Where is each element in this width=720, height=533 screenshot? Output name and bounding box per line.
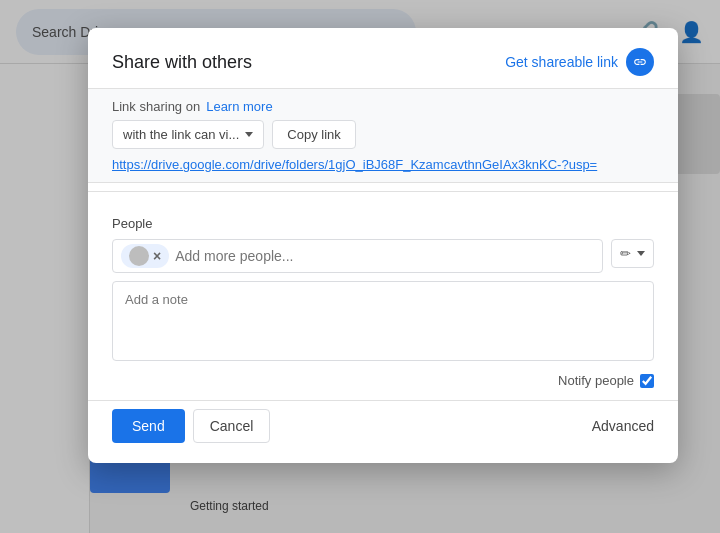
modal-footer: Send Cancel Advanced	[88, 400, 678, 463]
link-url-row	[112, 157, 654, 172]
tag-remove-btn[interactable]: ×	[153, 249, 161, 263]
link-circle-icon	[626, 48, 654, 76]
edit-dropdown-arrow-icon	[637, 251, 645, 256]
share-modal: Share with others Get shareable link Lin…	[88, 28, 678, 463]
cancel-button[interactable]: Cancel	[193, 409, 271, 443]
learn-more-link[interactable]: Learn more	[206, 99, 272, 114]
people-edit-button[interactable]: ✏	[611, 239, 654, 268]
copy-link-button[interactable]: Copy link	[272, 120, 355, 149]
footer-left: Send Cancel	[112, 409, 270, 443]
modal-title: Share with others	[112, 52, 252, 73]
send-button[interactable]: Send	[112, 409, 185, 443]
tag-avatar	[129, 246, 149, 266]
separator-1	[88, 191, 678, 192]
link-section: Link sharing on Learn more with the link…	[88, 88, 678, 183]
people-input-row[interactable]: ×	[112, 239, 603, 273]
link-permission-label: with the link can vi...	[123, 127, 239, 142]
link-controls: with the link can vi... Copy link	[112, 120, 654, 149]
link-permission-dropdown[interactable]: with the link can vi...	[112, 120, 264, 149]
get-shareable-link-label: Get shareable link	[505, 54, 618, 70]
link-info-prefix: Link sharing on	[112, 99, 200, 114]
dropdown-arrow-icon	[245, 132, 253, 137]
get-shareable-link-btn[interactable]: Get shareable link	[505, 48, 654, 76]
people-text-input[interactable]	[175, 248, 594, 264]
notify-row: Notify people	[88, 365, 678, 396]
notify-checkbox[interactable]	[640, 374, 654, 388]
advanced-button[interactable]: Advanced	[592, 410, 654, 442]
pencil-icon: ✏	[620, 246, 631, 261]
people-section: People × ✏	[88, 200, 678, 281]
modal-header: Share with others Get shareable link	[88, 28, 678, 88]
note-textarea[interactable]	[112, 281, 654, 361]
link-url-input[interactable]	[112, 157, 654, 172]
link-info-row: Link sharing on Learn more	[112, 99, 654, 114]
notify-label: Notify people	[558, 373, 634, 388]
people-label: People	[112, 216, 654, 231]
people-tag: ×	[121, 244, 169, 268]
